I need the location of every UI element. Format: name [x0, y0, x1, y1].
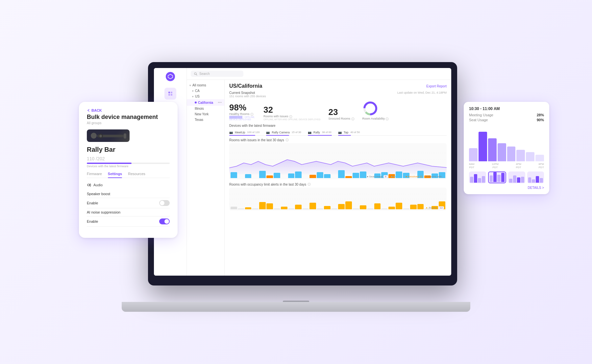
firmware-section: Devices with the latest firmware 📷 MeetU… — [229, 124, 447, 136]
occ-bars — [229, 188, 447, 211]
tree-item-us[interactable]: ▾ US — [187, 94, 224, 99]
firmware-tab-rally[interactable]: 📷 Rally 38 of 60 — [308, 129, 338, 135]
rallycam-icon: 📷 — [266, 131, 270, 134]
page-title: US/California — [229, 83, 262, 89]
dashboard-header: US/California Export Report — [229, 83, 447, 89]
tooltip-time: 10:30 - 11:00 AM — [469, 106, 544, 111]
healthy-rooms-value: 98% — [229, 103, 256, 112]
meetup-bar — [229, 135, 255, 136]
svg-line-15 — [196, 74, 197, 75]
firmware-title: Devices with the latest firmware — [229, 124, 447, 127]
tab-settings[interactable]: Settings — [108, 172, 122, 178]
metric-availability: Room Availability i — [362, 101, 389, 121]
info-icon: i — [250, 113, 254, 116]
tree-item-illinois[interactable]: Illinois — [187, 106, 224, 111]
tab-resources[interactable]: Resources — [128, 172, 145, 178]
healthy-rooms-label: Healthy Rooms i — [229, 112, 256, 116]
rooms-issues-label: Rooms with Issues i — [263, 115, 320, 118]
occ-chart-area: ● Rooms 12 — [229, 188, 447, 211]
snoozed-label: Snoozed Rooms i — [328, 117, 354, 121]
rally-count: 38 of 60 — [322, 131, 332, 134]
search-icon — [194, 72, 197, 76]
info-icon3: i — [351, 117, 355, 121]
snapshot-header: Current Snapshot 151 rooms with 255 devi… — [229, 91, 447, 98]
sidebar-icon-home[interactable] — [164, 88, 176, 100]
audio-header: Audio — [87, 183, 170, 187]
tree-item-ca[interactable]: ▾ CA — [187, 88, 224, 94]
svg-rect-2 — [171, 92, 172, 93]
bulk-tabs: Firmware Settings Resources — [87, 172, 170, 178]
thumb-2-active[interactable] — [488, 171, 506, 183]
issues-chart-title: Rooms with issues in the last 30 days i — [229, 138, 447, 142]
dashboard: US/California Export Report Current Snap… — [225, 80, 451, 276]
export-button[interactable]: Export Report — [426, 84, 447, 88]
content-area: ▾ All rooms ▾ CA ▾ US — [187, 80, 451, 276]
meetup-count: 100 of 120 — [247, 131, 260, 134]
details-link[interactable]: DETAILS > — [469, 186, 544, 190]
meeting-usage-value: 28% — [537, 113, 544, 117]
rallycam-count: 15 of 30 — [292, 131, 301, 134]
ai-noise-row: AI noise suppression — [87, 208, 170, 216]
svg-text:i: i — [353, 118, 353, 120]
firmware-tab-tap[interactable]: 📷 Tap 40 of 50 — [338, 129, 364, 135]
count-label: Devices with the latest firmware — [87, 165, 170, 168]
svg-marker-0 — [168, 74, 173, 79]
tree-item-california[interactable]: California ⋯ — [187, 99, 224, 106]
back-button[interactable]: BACK — [87, 108, 170, 112]
firmware-tab-meetup[interactable]: 📷 MeetUp 100 of 120 — [229, 129, 266, 135]
tooltip-seat-usage: Seat Usage 90% — [469, 118, 544, 122]
tree-item-allrooms[interactable]: ▾ All rooms — [187, 82, 224, 88]
rooms-issues-value: 32 — [263, 105, 320, 114]
search-bar[interactable]: Search — [191, 71, 243, 77]
speaker-boost-toggle[interactable] — [159, 200, 170, 206]
snapshot-title: Current Snapshot — [229, 91, 266, 95]
ai-noise-toggle-label: Enable — [87, 219, 98, 223]
issues-bars — [229, 143, 447, 179]
device-name: Rally Bar — [87, 146, 170, 153]
ai-noise-label: AI noise suppression — [87, 210, 120, 214]
tree-item-newyork[interactable]: New York — [187, 111, 224, 117]
metric-snoozed: 23 Snoozed Rooms i — [328, 108, 354, 121]
svg-rect-3 — [168, 94, 170, 96]
more-icon[interactable]: ⋯ — [218, 100, 222, 105]
speaker-boost-toggle-label: Enable — [87, 201, 98, 205]
speaker-boost-row: Speaker boost — [87, 190, 170, 198]
app-logo — [166, 72, 175, 81]
laptop-base — [122, 302, 470, 312]
svg-rect-39 — [124, 133, 126, 139]
svg-point-41 — [99, 135, 102, 137]
rally-icon: 📷 — [308, 131, 311, 134]
firmware-tab-rallycam[interactable]: 📷 Rally Camera 15 of 30 — [266, 129, 308, 135]
snoozed-value: 23 — [328, 108, 354, 116]
metrics-row: 98% Healthy Rooms i ████████░ OFFLINE, D… — [229, 101, 447, 121]
meetup-label: MeetUp — [235, 131, 245, 134]
metric-healthy-rooms: 98% Healthy Rooms i ████████░ OFFLINE, D… — [229, 103, 256, 121]
thumb-3[interactable] — [508, 171, 525, 183]
thumb-4[interactable] — [527, 171, 544, 183]
tooltip-meeting-usage: Meeting Usage 28% — [469, 113, 544, 117]
device-image — [87, 129, 130, 142]
audio-icon — [87, 183, 91, 187]
speaker-boost-toggle-row: Enable — [87, 198, 170, 208]
tab-firmware[interactable]: Firmware — [87, 172, 102, 178]
back-arrow-icon — [87, 109, 90, 112]
bulk-title: Bulk device management — [87, 114, 170, 121]
svg-rect-1 — [168, 92, 170, 93]
issues-chart-section: Rooms with issues in the last 30 days i — [229, 138, 447, 179]
audio-group: Audio Speaker boost Enable AI noise supp… — [87, 183, 170, 227]
thumb-1[interactable] — [469, 171, 486, 183]
tree-item-texas[interactable]: Texas — [187, 117, 224, 123]
svg-point-42 — [87, 184, 89, 186]
firmware-tabs: 📷 MeetUp 100 of 120 📷 Rally Camera 15 o — [229, 129, 447, 136]
info-icon4: i — [385, 117, 389, 121]
tooltip-card: 10:30 - 11:00 AM Meeting Usage 28% Seat … — [464, 102, 549, 194]
main-content: Search ▾ All rooms ▾ — [187, 68, 451, 276]
tap-label: Tap — [344, 131, 349, 134]
top-nav: Search — [187, 68, 451, 80]
issues-chart-area: ● Seat Usage 8 ● New 20 ● Resolved 12 ● … — [229, 143, 447, 179]
svg-text:i: i — [290, 116, 291, 118]
rallycam-label: Rally Camera — [272, 131, 290, 134]
availability-chart — [362, 101, 378, 116]
ai-noise-toggle[interactable] — [159, 218, 170, 224]
svg-text:i: i — [252, 113, 252, 115]
